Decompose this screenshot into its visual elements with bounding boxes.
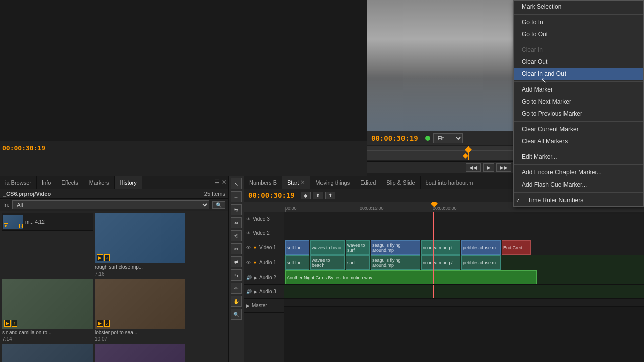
menu-item-add-flash[interactable]: Add Flash Cue Marker... bbox=[514, 178, 643, 191]
menu-item-label: Clear In bbox=[522, 46, 543, 53]
menu-item-time-ruler[interactable]: ✓ Time Ruler Numbers bbox=[514, 194, 643, 206]
menu-item-label: Clear Current Marker bbox=[522, 126, 579, 133]
context-menu-overlay: Mark Selection Go to In Go to Out Clear … bbox=[0, 0, 644, 362]
menu-item-go-to-out[interactable]: Go to Out bbox=[514, 28, 643, 40]
menu-item-label: Go to Out bbox=[522, 31, 548, 38]
menu-item-label: Add Encore Chapter Marker... bbox=[522, 169, 602, 176]
menu-item-clear-all-markers[interactable]: Clear All Markers bbox=[514, 135, 643, 147]
menu-item-clear-out[interactable]: Clear Out bbox=[514, 56, 643, 68]
menu-item-label: Edit Marker... bbox=[522, 153, 557, 160]
menu-item-label: Clear Out bbox=[522, 58, 547, 65]
menu-item-label: Mark Selection bbox=[522, 3, 561, 10]
menu-item-clear-current-marker[interactable]: Clear Current Marker bbox=[514, 123, 643, 135]
menu-item-go-to-in[interactable]: Go to In bbox=[514, 16, 643, 28]
context-menu: Mark Selection Go to In Go to Out Clear … bbox=[513, 0, 644, 207]
menu-item-label: Go to Previous Marker bbox=[522, 110, 582, 117]
menu-item-label: Clear All Markers bbox=[522, 138, 568, 145]
menu-item-add-marker[interactable]: Add Marker bbox=[514, 83, 643, 96]
menu-item-clear-in: Clear In bbox=[514, 44, 643, 56]
menu-separator bbox=[514, 14, 643, 15]
menu-item-clear-in-out[interactable]: Clear In and Out bbox=[514, 68, 643, 80]
menu-item-add-encore[interactable]: Add Encore Chapter Marker... bbox=[514, 166, 643, 178]
menu-item-label: Add Marker bbox=[522, 86, 553, 93]
menu-item-label: Go to In bbox=[522, 19, 543, 26]
menu-item-label: Add Flash Cue Marker... bbox=[522, 181, 587, 188]
menu-item-edit-marker[interactable]: Edit Marker... bbox=[514, 151, 643, 163]
menu-separator bbox=[514, 81, 643, 82]
menu-item-mark-selection[interactable]: Mark Selection bbox=[514, 1, 643, 13]
menu-separator bbox=[514, 149, 643, 149]
menu-item-label: Clear In and Out bbox=[522, 70, 566, 77]
menu-item-label: Go to Next Marker bbox=[522, 98, 571, 105]
app-container: 00:00:30:19 00:00:30:19 Fit bbox=[0, 0, 644, 362]
menu-item-go-next-marker[interactable]: Go to Next Marker bbox=[514, 96, 643, 108]
menu-item-label: Time Ruler Numbers bbox=[528, 197, 583, 204]
menu-item-go-prev-marker[interactable]: Go to Previous Marker bbox=[514, 108, 643, 120]
menu-separator bbox=[514, 192, 643, 193]
checkmark-icon: ✓ bbox=[516, 197, 520, 204]
menu-separator bbox=[514, 42, 643, 42]
menu-separator bbox=[514, 164, 643, 165]
menu-separator bbox=[514, 121, 643, 122]
